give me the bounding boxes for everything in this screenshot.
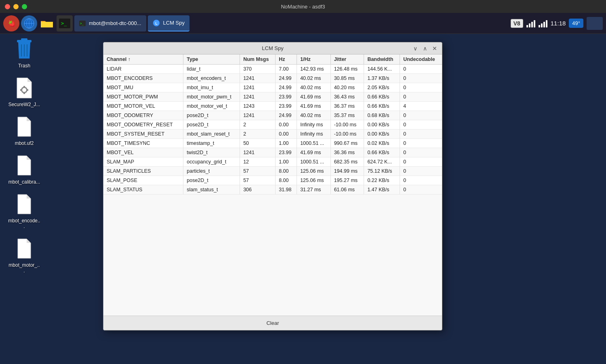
cell-12-5: 195.27 ms <box>330 176 364 185</box>
cell-10-1: occupancy_grid_t <box>183 157 240 167</box>
mbot-motor-icon-item[interactable]: mbot_motor_... <box>8 237 40 274</box>
svg-rect-19 <box>23 86 25 88</box>
securew2-icon-item[interactable]: SecureW2_J... <box>8 77 40 107</box>
table-row[interactable]: MBOT_MOTOR_PWMmbot_motor_pwm_t124123.994… <box>103 92 442 102</box>
table-row[interactable]: MBOT_IMUmbot_imu_t124124.9940.02 ms40.20… <box>103 83 442 92</box>
cell-3-0: MBOT_MOTOR_PWM <box>103 92 183 102</box>
cell-11-0: SLAM_PARTICLES <box>103 167 183 176</box>
lcm-close-btn[interactable]: ✕ <box>431 44 439 52</box>
col-type[interactable]: Type <box>183 54 240 65</box>
cell-9-5: 36.36 ms <box>330 148 364 157</box>
maximize-button[interactable] <box>22 4 27 9</box>
table-row[interactable]: SLAM_MAPoccupancy_grid_t121.001000.51 ..… <box>103 157 442 167</box>
cell-5-4: 40.02 ms <box>297 111 331 120</box>
table-row[interactable]: SLAM_STATUSslam_status_t30631.9831.27 ms… <box>103 185 442 195</box>
cell-13-3: 31.98 <box>276 185 297 195</box>
svg-rect-13 <box>21 38 27 40</box>
cell-5-5: 35.37 ms <box>330 111 364 120</box>
signal-bar-1 <box>526 25 528 27</box>
col-channel[interactable]: Channel ↑ <box>103 54 183 65</box>
cell-10-3: 1.00 <box>276 157 297 167</box>
mbot-uf2-icon-item[interactable]: mbot.uf2 <box>8 115 40 146</box>
lcm-window: LCM Spy ∨ ∧ ✕ Channel ↑ Type Num Msgs Hz… <box>103 42 442 331</box>
col-undecodable[interactable]: Undecodable <box>400 54 442 65</box>
terminal-app[interactable]: >_ mbot@mbot-dtc-000... <box>74 15 146 31</box>
table-row[interactable]: MBOT_MOTOR_VELmbot_motor_vel_t124323.994… <box>103 102 442 111</box>
desktop-icons: Trash SecureW2_J... <box>8 38 40 274</box>
cell-11-5: 194.99 ms <box>330 167 364 176</box>
table-row[interactable]: SLAM_PARTICLESparticles_t578.00125.06 ms… <box>103 167 442 176</box>
globe-icon[interactable] <box>21 15 37 31</box>
cell-4-6: 0.66 KB/s <box>364 102 400 111</box>
mbot-calibra-icon-item[interactable]: mbot_calibra... <box>8 154 40 185</box>
signal-bar2-4 <box>546 20 547 27</box>
cell-3-3: 23.99 <box>276 92 297 102</box>
table-row[interactable]: MBOT_ODOMETRY_RESETpose2D_t20.00Infinity… <box>103 120 442 130</box>
cell-12-7: 0 <box>400 176 442 185</box>
file-uf2-svg <box>16 116 32 137</box>
cell-7-6: 0.00 KB/s <box>364 130 400 139</box>
close-button[interactable] <box>5 4 10 9</box>
col-bandwidth[interactable]: Bandwidth <box>364 54 400 65</box>
cell-7-5: -10.00 ms <box>330 130 364 139</box>
minimize-button[interactable] <box>13 4 19 9</box>
cell-9-2: 1241 <box>240 148 276 157</box>
terminal-icon[interactable]: >_ <box>57 15 73 31</box>
lcmspy-app-label: LCM Spy <box>163 20 185 26</box>
table-row[interactable]: LIDARlidar_t3707.00142.93 ms126.48 ms144… <box>103 65 442 74</box>
table-row[interactable]: MBOT_VELtwist2D_t124123.9941.69 ms36.36 … <box>103 148 442 157</box>
table-row[interactable]: MBOT_ODOMETRYpose2D_t124124.9940.02 ms35… <box>103 111 442 120</box>
col-jitter[interactable]: Jitter <box>330 54 364 65</box>
cell-10-6: 624.72 K... <box>364 157 400 167</box>
table-row[interactable]: SLAM_POSEpose2D_t578.00125.06 ms195.27 m… <box>103 176 442 185</box>
lcm-table-body: LIDARlidar_t3707.00142.93 ms126.48 ms144… <box>103 65 442 195</box>
traffic-lights <box>5 4 27 9</box>
lcm-window-controls: ∨ ∧ ✕ <box>411 44 439 52</box>
cell-2-0: MBOT_IMU <box>103 83 183 92</box>
col-1hz[interactable]: 1/Hz <box>297 54 331 65</box>
cell-11-3: 8.00 <box>276 167 297 176</box>
cell-2-5: 40.20 ms <box>330 83 364 92</box>
mbot-calibra-icon-img <box>13 154 36 177</box>
cell-13-6: 1.47 KB/s <box>364 185 400 195</box>
lcmspy-icon: L <box>153 19 160 27</box>
svg-rect-21 <box>20 89 22 91</box>
lcm-table: Channel ↑ Type Num Msgs Hz 1/Hz Jitter B… <box>103 54 442 195</box>
cell-0-0: LIDAR <box>103 65 183 74</box>
folder-icon[interactable] <box>39 15 55 31</box>
table-row[interactable]: MBOT_TIMESYNCtimestamp_t501.001000.51 ..… <box>103 139 442 148</box>
svg-point-18 <box>22 88 26 92</box>
lcm-restore-btn[interactable]: ∧ <box>421 44 429 52</box>
cell-4-5: 36.37 ms <box>330 102 364 111</box>
cell-1-0: MBOT_ENCODERS <box>103 74 183 83</box>
cell-9-3: 23.99 <box>276 148 297 157</box>
lcm-table-container: Channel ↑ Type Num Msgs Hz 1/Hz Jitter B… <box>103 54 442 195</box>
svg-rect-22 <box>27 89 28 91</box>
cell-5-1: pose2D_t <box>183 111 240 120</box>
securew2-label: SecureW2_J... <box>8 102 40 107</box>
trash-icon-item[interactable]: Trash <box>8 38 40 69</box>
cell-1-7: 0 <box>400 74 442 83</box>
col-hz[interactable]: Hz <box>276 54 297 65</box>
terminal-app-label: mbot@mbot-dtc-000... <box>89 20 141 26</box>
col-num-msgs[interactable]: Num Msgs <box>240 54 276 65</box>
mbot-encode-icon-item[interactable]: mbot_encode... <box>8 193 40 229</box>
cell-1-3: 24.99 <box>276 74 297 83</box>
lcm-minimize-btn[interactable]: ∨ <box>411 44 419 52</box>
lcmspy-app[interactable]: L LCM Spy <box>148 15 189 31</box>
raspberry-icon[interactable]: 🍓 <box>3 15 19 31</box>
cell-9-4: 41.69 ms <box>297 148 331 157</box>
clear-button[interactable]: Clear <box>266 320 279 326</box>
mbot-motor-label: mbot_motor_... <box>8 262 40 274</box>
cell-5-6: 0.68 KB/s <box>364 111 400 120</box>
table-row[interactable]: MBOT_ENCODERSmbot_encoders_t124124.9940.… <box>103 74 442 83</box>
cell-0-2: 370 <box>240 65 276 74</box>
table-row[interactable]: MBOT_SYSTEM_RESETmbot_slam_reset_t20.00I… <box>103 130 442 139</box>
lcm-clear-bar: Clear <box>103 316 442 330</box>
cell-11-7: 0 <box>400 167 442 176</box>
signal-icon-2 <box>539 19 547 27</box>
cell-7-4: Infinity ms <box>297 130 331 139</box>
cell-12-0: SLAM_POSE <box>103 176 183 185</box>
cell-3-4: 41.69 ms <box>297 92 331 102</box>
cell-7-2: 2 <box>240 130 276 139</box>
